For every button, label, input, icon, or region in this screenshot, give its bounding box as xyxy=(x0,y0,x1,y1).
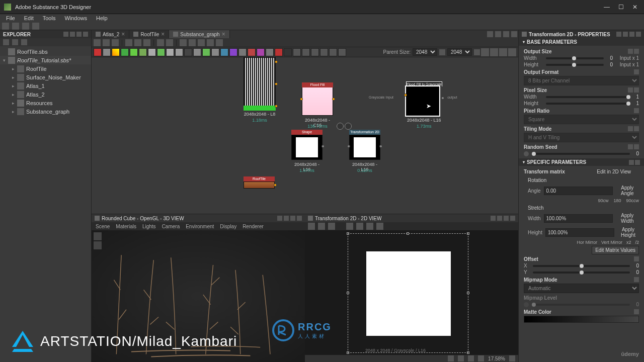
menu-camera[interactable]: Camera xyxy=(162,224,180,229)
close-button[interactable]: ✕ xyxy=(632,4,638,10)
prop-pin-icon[interactable] xyxy=(616,32,621,37)
menu-file[interactable]: File xyxy=(2,15,19,21)
matte-color-swatch[interactable] xyxy=(524,316,639,323)
graph-tab[interactable]: Atlas_2× xyxy=(92,30,129,38)
graph-view-btn-icon[interactable] xyxy=(487,31,493,37)
palette-swatch[interactable] xyxy=(293,48,301,56)
palette-swatch[interactable] xyxy=(320,48,328,56)
menu-display[interactable]: Display xyxy=(220,224,236,229)
graph-view-btn-icon[interactable] xyxy=(495,31,501,37)
graph-tool-icon[interactable] xyxy=(125,39,132,46)
menu-renderer[interactable]: Renderer xyxy=(243,224,264,229)
param-menu-icon[interactable] xyxy=(634,277,639,282)
toolbar-save-icon[interactable] xyxy=(22,23,29,30)
stretch-height-input[interactable] xyxy=(545,228,614,237)
tree-item[interactable]: ▸Atlas_2 xyxy=(0,90,91,99)
palette-swatch[interactable] xyxy=(139,48,147,56)
view-max-icon[interactable] xyxy=(290,216,295,221)
transform-handle[interactable] xyxy=(467,351,469,354)
tree-item[interactable]: ▸RoofTile xyxy=(0,64,91,73)
menu-help[interactable]: Help xyxy=(92,15,112,21)
param-menu-icon[interactable] xyxy=(634,309,639,314)
view-new-window-icon[interactable] xyxy=(284,216,289,221)
palette-swatch[interactable] xyxy=(148,48,156,56)
toolbar-new-icon[interactable] xyxy=(2,23,9,30)
param-menu-icon[interactable] xyxy=(634,87,639,93)
seed-slider[interactable] xyxy=(532,153,630,155)
view-close-icon[interactable] xyxy=(297,216,302,221)
palette-swatch[interactable] xyxy=(266,48,274,56)
graph-tool-icon[interactable] xyxy=(112,39,119,46)
apply-angle-button[interactable]: Apply Angle xyxy=(616,184,639,197)
param-menu-icon[interactable] xyxy=(634,126,639,131)
prop-close-icon[interactable] xyxy=(636,32,641,37)
graph-tool-icon[interactable] xyxy=(157,39,164,46)
view2d-tool-icon[interactable] xyxy=(308,223,315,230)
menu-lights[interactable]: Lights xyxy=(142,224,156,229)
graph-tab[interactable]: RoofTile× xyxy=(129,30,169,38)
view2d-copy-icon[interactable] xyxy=(328,223,335,230)
toolbar-icon[interactable] xyxy=(481,48,489,56)
tab-close-icon[interactable]: × xyxy=(121,31,125,38)
palette-swatch[interactable] xyxy=(94,48,102,56)
palette-swatch[interactable] xyxy=(175,48,183,56)
menu-environment[interactable]: Environment xyxy=(186,224,214,229)
offset-x-slider[interactable] xyxy=(533,265,630,267)
status-icon[interactable] xyxy=(468,355,474,361)
param-menu-icon[interactable] xyxy=(634,144,639,149)
transform-handle[interactable] xyxy=(347,351,349,354)
toolbar-open-icon[interactable] xyxy=(12,23,19,30)
palette-swatch[interactable] xyxy=(220,48,228,56)
node-shape[interactable]: Shape 2048x2048 - L16 1.87ms xyxy=(291,130,323,160)
node-flood-fill[interactable]: Flood Fill 2048x2048 - C16 136.72ms xyxy=(302,82,333,116)
graph-tool-icon[interactable] xyxy=(198,39,205,46)
palette-swatch[interactable] xyxy=(302,48,310,56)
menu-windows[interactable]: Windows xyxy=(60,15,91,21)
status-icon[interactable] xyxy=(478,355,484,361)
node-badge-icon[interactable] xyxy=(337,123,344,130)
menu-edit[interactable]: Edit xyxy=(20,15,38,21)
view-max-icon[interactable] xyxy=(504,216,509,221)
toolbar-icon[interactable] xyxy=(508,48,516,56)
width-slider[interactable] xyxy=(546,57,604,59)
node-flood-fill-grayscale[interactable]: Flood Fill to Grayscale Grayscale Input … xyxy=(406,81,442,116)
toolbar-refresh-icon[interactable] xyxy=(32,23,39,30)
px-height-slider[interactable] xyxy=(546,103,630,105)
maximize-button[interactable]: ☐ xyxy=(618,4,624,10)
tree-item[interactable]: ▸Resources xyxy=(0,99,91,107)
height-slider[interactable] xyxy=(546,64,604,66)
link-icon[interactable] xyxy=(439,49,445,55)
palette-swatch[interactable] xyxy=(248,48,256,56)
view2d-save-icon[interactable] xyxy=(318,223,325,230)
palette-swatch[interactable] xyxy=(338,48,346,56)
edit-2d-view-button[interactable]: Edit in 2D View xyxy=(594,168,634,175)
graph-tab-active[interactable]: Substance_graph× xyxy=(169,30,229,38)
graph-tool-icon[interactable] xyxy=(180,39,187,46)
palette-swatch[interactable] xyxy=(112,48,120,56)
rotate-90ccw-button[interactable]: 90ccw xyxy=(626,198,639,203)
view2d-tool-icon[interactable] xyxy=(366,223,373,230)
palette-swatch[interactable] xyxy=(130,48,138,56)
palette-swatch[interactable] xyxy=(257,48,265,56)
view2d-histogram-icon[interactable] xyxy=(376,223,383,230)
tab-close-icon[interactable]: × xyxy=(222,31,225,38)
transform-handle[interactable] xyxy=(347,232,349,235)
transform-handle[interactable] xyxy=(467,232,469,235)
explorer-close-icon[interactable] xyxy=(83,32,88,37)
param-menu-icon[interactable] xyxy=(635,160,640,165)
transform-handle[interactable] xyxy=(407,232,409,235)
palette-swatch[interactable] xyxy=(121,48,129,56)
param-link-icon[interactable] xyxy=(628,126,633,131)
node-rooftile[interactable]: RoofTile xyxy=(244,176,275,189)
menu-tools[interactable]: Tools xyxy=(39,15,60,21)
mipmap-mode-select[interactable]: Automatic xyxy=(524,284,639,293)
div2-button[interactable]: /2 xyxy=(635,240,639,245)
tree-item[interactable]: ▾RoofTile_Tutorial.sbs* xyxy=(0,56,91,64)
palette-swatch[interactable] xyxy=(238,48,247,56)
param-link-icon[interactable] xyxy=(628,144,633,149)
refresh-icon[interactable] xyxy=(474,49,480,55)
graph-tool-icon[interactable] xyxy=(94,39,101,46)
prop-max-icon[interactable] xyxy=(629,32,634,37)
graph-tool-icon[interactable] xyxy=(103,39,110,46)
tab-close-icon[interactable]: × xyxy=(161,31,165,38)
